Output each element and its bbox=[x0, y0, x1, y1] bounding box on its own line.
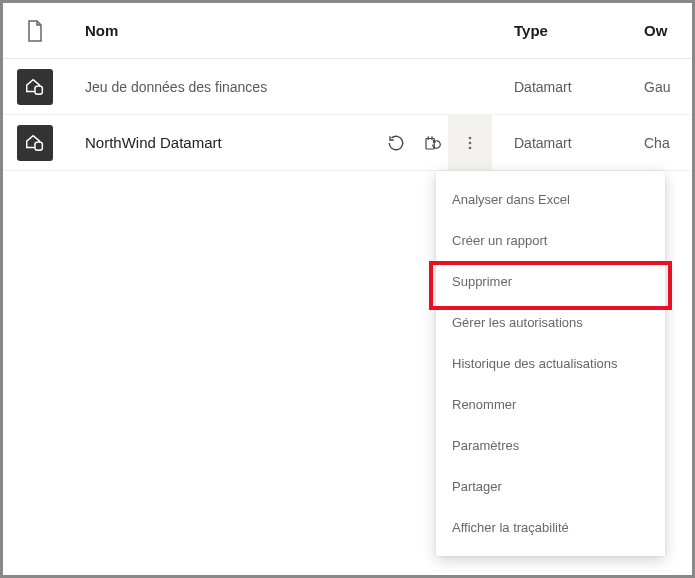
menu-rename[interactable]: Renommer bbox=[436, 384, 665, 425]
table-header: Nom Type Ow bbox=[3, 3, 692, 59]
context-menu: Analyser dans Excel Créer un rapport Sup… bbox=[436, 171, 665, 556]
row-icon-cell bbox=[3, 69, 67, 105]
svg-point-5 bbox=[469, 146, 472, 149]
schedule-icon bbox=[423, 134, 441, 152]
menu-settings[interactable]: Paramètres bbox=[436, 425, 665, 466]
schedule-refresh-button[interactable] bbox=[416, 127, 448, 159]
row-owner: Cha bbox=[632, 135, 692, 151]
menu-lineage[interactable]: Afficher la traçabilité bbox=[436, 507, 665, 548]
row-type: Datamart bbox=[492, 79, 632, 95]
refresh-button[interactable] bbox=[380, 127, 412, 159]
menu-share[interactable]: Partager bbox=[436, 466, 665, 507]
row-name[interactable]: NorthWind Datamart bbox=[67, 134, 328, 151]
menu-create-report[interactable]: Créer un rapport bbox=[436, 220, 665, 261]
datamart-icon bbox=[17, 69, 53, 105]
more-vertical-icon bbox=[462, 135, 478, 151]
header-type[interactable]: Type bbox=[492, 22, 632, 39]
refresh-icon bbox=[387, 134, 405, 152]
svg-point-3 bbox=[469, 136, 472, 139]
row-icon-cell bbox=[3, 125, 67, 161]
table-row[interactable]: Jeu de données des finances Datamart Gau bbox=[3, 59, 692, 115]
row-type: Datamart bbox=[492, 135, 632, 151]
row-owner: Gau bbox=[632, 79, 692, 95]
menu-analyze-excel[interactable]: Analyser dans Excel bbox=[436, 179, 665, 220]
menu-manage-permissions[interactable]: Gérer les autorisations bbox=[436, 302, 665, 343]
table-row[interactable]: NorthWind Datamart Datamart Cha bbox=[3, 115, 692, 171]
header-owner[interactable]: Ow bbox=[632, 22, 692, 39]
row-name[interactable]: Jeu de données des finances bbox=[67, 79, 328, 95]
document-icon bbox=[26, 20, 44, 42]
datamart-icon bbox=[17, 125, 53, 161]
more-options-button[interactable] bbox=[448, 115, 492, 171]
svg-point-4 bbox=[469, 141, 472, 144]
header-name[interactable]: Nom bbox=[67, 22, 328, 39]
menu-delete[interactable]: Supprimer bbox=[436, 261, 665, 302]
menu-refresh-history[interactable]: Historique des actualisations bbox=[436, 343, 665, 384]
header-icon-cell bbox=[3, 20, 67, 42]
